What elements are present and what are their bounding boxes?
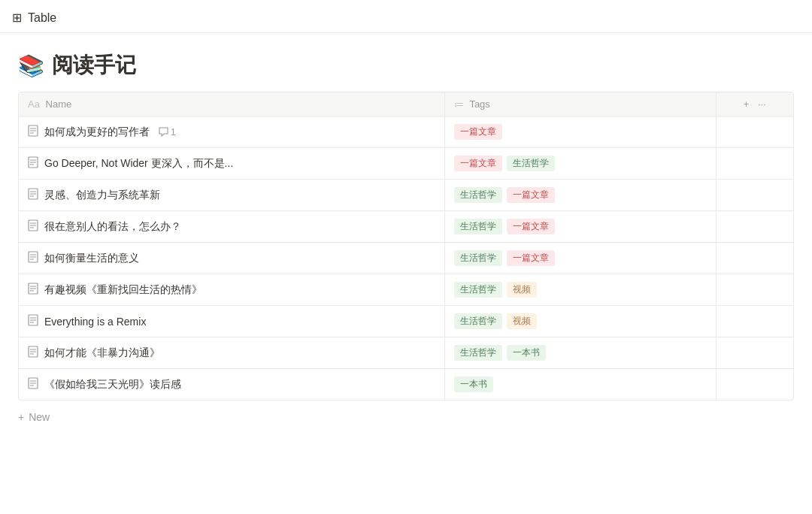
cell-name-9[interactable]: 《假如给我三天光明》读后感 — [19, 369, 445, 401]
tag[interactable]: 一本书 — [454, 376, 493, 392]
doc-icon — [28, 346, 38, 360]
row-name-text: 灵感、创造力与系统革新 — [44, 189, 160, 202]
doc-icon — [28, 156, 38, 171]
tag[interactable]: 生活哲学 — [454, 219, 502, 234]
row-name-text: Everything is a Remix — [44, 316, 146, 328]
tag[interactable]: 一篇文章 — [454, 124, 502, 140]
tag[interactable]: 一本书 — [507, 345, 546, 361]
tag[interactable]: 视频 — [507, 313, 537, 329]
tags-col-icon: ≔ — [454, 98, 464, 110]
table-row[interactable]: Go Deeper, Not Wider 更深入，而不是...一篇文章生活哲学 — [19, 148, 793, 180]
cell-actions-9 — [716, 369, 793, 401]
table-body: 如何成为更好的写作者1一篇文章Go Deeper, Not Wider 更深入，… — [19, 116, 793, 401]
table-row[interactable]: 很在意别人的看法，怎么办？生活哲学一篇文章 — [19, 211, 793, 243]
doc-icon — [28, 219, 38, 234]
row-name-text: 《假如给我三天光明》读后感 — [44, 378, 181, 392]
cell-tags-5[interactable]: 生活哲学一篇文章 — [445, 243, 717, 274]
tag[interactable]: 一篇文章 — [507, 250, 555, 266]
row-name-text: Go Deeper, Not Wider 更深入，而不是... — [44, 157, 233, 171]
tag[interactable]: 生活哲学 — [454, 313, 502, 329]
new-row-plus-icon: + — [18, 411, 24, 423]
cell-tags-1[interactable]: 一篇文章 — [445, 116, 717, 148]
table-row[interactable]: 有趣视频《重新找回生活的热情》生活哲学视频 — [19, 274, 793, 306]
row-name-text: 如何衡量生活的意义 — [44, 252, 139, 265]
cell-actions-5 — [716, 243, 793, 274]
cell-actions-4 — [716, 211, 793, 243]
cell-name-8[interactable]: 如何才能《非暴力沟通》 — [19, 337, 445, 369]
top-bar: ⊞ Table — [0, 0, 812, 33]
tags-col-label: Tags — [469, 98, 489, 110]
new-row-button[interactable]: + New — [0, 404, 812, 431]
row-name-text: 如何才能《非暴力沟通》 — [44, 346, 160, 360]
cell-tags-7[interactable]: 生活哲学视频 — [445, 306, 717, 337]
column-header-actions[interactable]: + ··· — [716, 92, 793, 116]
cell-name-2[interactable]: Go Deeper, Not Wider 更深入，而不是... — [19, 148, 445, 180]
tag[interactable]: 生活哲学 — [454, 282, 502, 298]
table-icon: ⊞ — [12, 11, 22, 25]
tag[interactable]: 生活哲学 — [507, 156, 555, 171]
tag[interactable]: 生活哲学 — [454, 345, 502, 361]
tag[interactable]: 生活哲学 — [454, 250, 502, 266]
tag[interactable]: 视频 — [507, 282, 537, 298]
cell-actions-6 — [716, 274, 793, 306]
cell-name-5[interactable]: 如何衡量生活的意义 — [19, 243, 445, 274]
new-row-label: New — [29, 411, 50, 423]
column-header-tags[interactable]: ≔ Tags — [445, 92, 717, 116]
cell-actions-3 — [716, 180, 793, 211]
cell-actions-1 — [716, 116, 793, 148]
doc-icon — [28, 188, 38, 202]
cell-actions-2 — [716, 148, 793, 180]
doc-icon — [28, 377, 38, 392]
doc-icon — [28, 125, 38, 139]
name-col-icon: Aa — [28, 98, 40, 110]
cell-tags-6[interactable]: 生活哲学视频 — [445, 274, 717, 306]
main-table: Aa Name ≔ Tags + ··· 如何成为更好的写作者1一篇文章Go D… — [19, 92, 793, 400]
cell-tags-9[interactable]: 一本书 — [445, 369, 717, 401]
doc-icon — [28, 251, 38, 265]
name-col-label: Name — [46, 98, 72, 110]
row-name-text: 如何成为更好的写作者 — [44, 125, 150, 139]
table-row[interactable]: 如何成为更好的写作者1一篇文章 — [19, 116, 793, 148]
cell-name-7[interactable]: Everything is a Remix — [19, 306, 445, 337]
table-row[interactable]: Everything is a Remix生活哲学视频 — [19, 306, 793, 337]
cell-tags-2[interactable]: 一篇文章生活哲学 — [445, 148, 717, 180]
table-row[interactable]: 灵感、创造力与系统革新生活哲学一篇文章 — [19, 180, 793, 211]
page-emoji: 📚 — [18, 53, 44, 78]
column-header-name[interactable]: Aa Name — [19, 92, 445, 116]
doc-icon — [28, 283, 38, 297]
tag[interactable]: 生活哲学 — [454, 187, 502, 203]
top-bar-title: Table — [28, 11, 56, 25]
page-header: 📚 阅读手记 — [0, 33, 812, 92]
cell-tags-4[interactable]: 生活哲学一篇文章 — [445, 211, 717, 243]
cell-name-4[interactable]: 很在意别人的看法，怎么办？ — [19, 211, 445, 243]
table-row[interactable]: 《假如给我三天光明》读后感一本书 — [19, 369, 793, 401]
table-wrapper: Aa Name ≔ Tags + ··· 如何成为更好的写作者1一篇文章Go D… — [18, 92, 794, 401]
table-header: Aa Name ≔ Tags + ··· — [19, 92, 793, 116]
table-row[interactable]: 如何衡量生活的意义生活哲学一篇文章 — [19, 243, 793, 274]
cell-actions-8 — [716, 337, 793, 369]
tag[interactable]: 一篇文章 — [454, 156, 502, 171]
add-column-icon[interactable]: + — [744, 98, 750, 110]
row-name-text: 很在意别人的看法，怎么办？ — [44, 220, 181, 234]
cell-tags-3[interactable]: 生活哲学一篇文章 — [445, 180, 717, 211]
row-name-text: 有趣视频《重新找回生活的热情》 — [44, 283, 202, 297]
cell-actions-7 — [716, 306, 793, 337]
header-row: Aa Name ≔ Tags + ··· — [19, 92, 793, 116]
page-title: 阅读手记 — [52, 51, 136, 80]
cell-name-6[interactable]: 有趣视频《重新找回生活的热情》 — [19, 274, 445, 306]
table-row[interactable]: 如何才能《非暴力沟通》生活哲学一本书 — [19, 337, 793, 369]
doc-icon — [28, 314, 38, 328]
tag[interactable]: 一篇文章 — [507, 187, 555, 203]
comment-badge[interactable]: 1 — [159, 127, 176, 138]
more-options-icon[interactable]: ··· — [758, 98, 766, 110]
cell-name-3[interactable]: 灵感、创造力与系统革新 — [19, 180, 445, 211]
cell-tags-8[interactable]: 生活哲学一本书 — [445, 337, 717, 369]
table-container: Aa Name ≔ Tags + ··· 如何成为更好的写作者1一篇文章Go D… — [0, 92, 812, 401]
tag[interactable]: 一篇文章 — [507, 219, 555, 234]
cell-name-1[interactable]: 如何成为更好的写作者1 — [19, 116, 445, 148]
